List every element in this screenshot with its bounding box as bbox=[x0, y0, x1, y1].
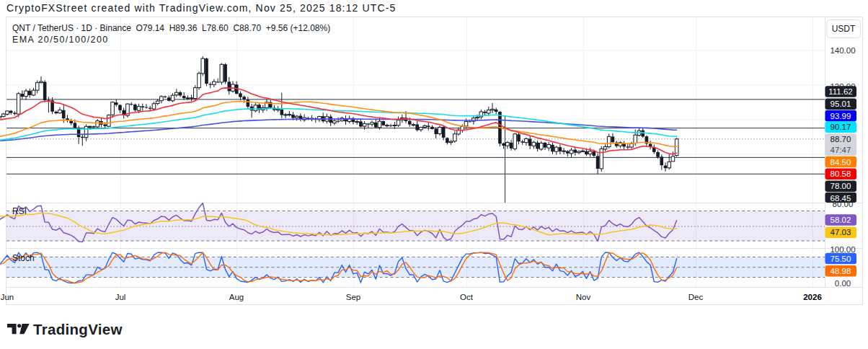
svg-text:Aug: Aug bbox=[229, 293, 244, 301]
svg-text:Stoch: Stoch bbox=[12, 253, 35, 263]
svg-text:93.99: 93.99 bbox=[831, 112, 851, 120]
svg-text:47:47: 47:47 bbox=[831, 146, 851, 154]
svg-text:48.98: 48.98 bbox=[831, 267, 851, 275]
svg-text:EMA 20/50/100/200: EMA 20/50/100/200 bbox=[12, 35, 109, 45]
svg-text:140.00: 140.00 bbox=[830, 46, 855, 55]
svg-text:Dec: Dec bbox=[688, 293, 704, 301]
svg-text:84.50: 84.50 bbox=[831, 158, 851, 167]
svg-text:2026: 2026 bbox=[803, 293, 822, 301]
svg-text:Nov: Nov bbox=[576, 293, 591, 301]
svg-text:Jul: Jul bbox=[115, 293, 126, 301]
svg-text:RSI: RSI bbox=[12, 206, 27, 216]
svg-text:90.17: 90.17 bbox=[831, 123, 851, 131]
svg-text:CryptoFXStreet created with Tr: CryptoFXStreet created with TradingView.… bbox=[6, 2, 397, 14]
svg-text:QNT / TetherUS · 1D · Binance: QNT / TetherUS · 1D · Binance O79.14 H89… bbox=[12, 23, 330, 33]
svg-text:80.58: 80.58 bbox=[831, 169, 851, 178]
svg-text:Oct: Oct bbox=[460, 293, 474, 301]
svg-text:111.62: 111.62 bbox=[828, 87, 852, 96]
svg-text:Jun: Jun bbox=[1, 293, 14, 301]
svg-text:78.00: 78.00 bbox=[831, 182, 851, 190]
svg-text:58.02: 58.02 bbox=[831, 216, 851, 224]
svg-text:95.01: 95.01 bbox=[831, 100, 851, 108]
svg-text:USDT: USDT bbox=[832, 24, 856, 34]
svg-text:68.45: 68.45 bbox=[831, 194, 851, 203]
svg-text:Sep: Sep bbox=[346, 293, 360, 301]
svg-text:88.70: 88.70 bbox=[831, 135, 851, 143]
svg-text:0.00: 0.00 bbox=[835, 279, 851, 288]
svg-text:47.03: 47.03 bbox=[831, 228, 851, 237]
svg-text:75.50: 75.50 bbox=[831, 255, 851, 263]
svg-text:100.00: 100.00 bbox=[830, 245, 855, 254]
svg-text:TradingView: TradingView bbox=[33, 321, 123, 337]
